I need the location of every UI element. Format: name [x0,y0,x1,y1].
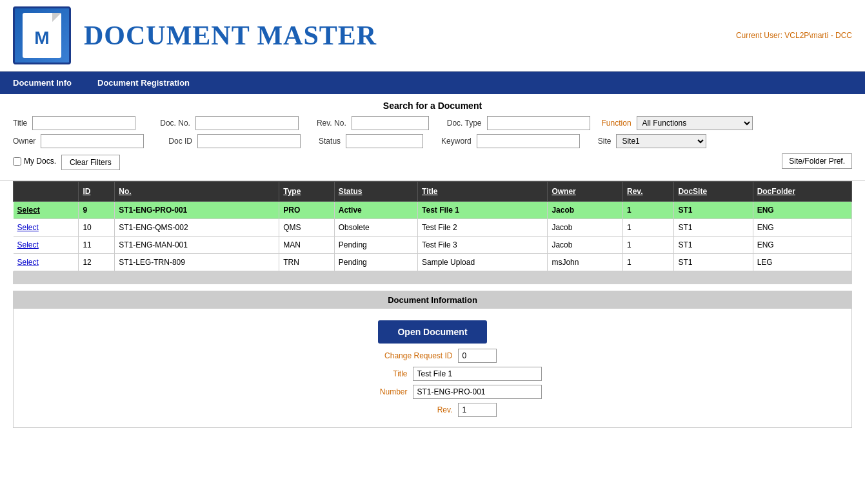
select-link[interactable]: Select [17,258,39,267]
col-docsite[interactable]: DocSite [674,182,753,202]
select-link[interactable]: Select [17,206,40,215]
search-row-1: Title Doc. No. Rev. No. Doc. Type Functi… [13,116,852,130]
documents-table: ID No. Type Status Title Owner Rev. DocS… [13,181,852,271]
cell-title: Test File 2 [418,219,548,237]
cell-rev: 1 [623,237,674,254]
change-request-id-row: Change Request ID [26,349,839,363]
logo-letter: M [34,28,49,48]
cell-title: Test File 3 [418,237,548,254]
cell-owner: msJohn [548,254,623,271]
app-header: M Document Master Current User: VCL2P\ma… [0,0,865,72]
cell-status: Obsolete [334,219,417,237]
search-section: Search for a Document Title Doc. No. Rev… [0,94,865,181]
cell-no: ST1-LEG-TRN-809 [115,254,279,271]
search-title: Search for a Document [13,101,852,111]
my-docs-label[interactable]: My Docs. [13,157,56,166]
app-logo: M [13,6,71,64]
rev-no-input[interactable] [352,116,429,130]
cell-docsite: ST1 [674,237,753,254]
search-row-2: Owner Doc ID Status Keyword Site Site1 [13,134,852,148]
col-docfolder[interactable]: DocFolder [753,182,851,202]
cell-title: Test File 1 [418,202,548,219]
cell-no: ST1-ENG-MAN-001 [115,237,279,254]
title-input[interactable] [32,116,135,130]
doc-no-input[interactable] [195,116,299,130]
cell-status: Active [334,202,417,219]
status-label: Status [319,137,341,146]
col-id[interactable]: ID [79,182,115,202]
doc-rev-row: Rev. [26,403,839,417]
change-request-id-input[interactable] [458,349,497,363]
my-docs-checkbox[interactable] [13,157,21,166]
site-select[interactable]: Site1 [616,134,706,148]
col-rev[interactable]: Rev. [623,182,674,202]
cell-owner: Jacob [548,202,623,219]
status-input[interactable] [346,134,423,148]
cell-id: 11 [79,237,115,254]
title-label: Title [13,119,27,128]
cell-docsite: ST1 [674,219,753,237]
logo-inner: M [23,13,61,58]
doc-number-row: Number [26,385,839,399]
nav-document-info[interactable]: Document Info [0,72,85,94]
doc-number-label: Number [324,387,408,396]
app-title: Document Master [84,20,377,51]
doc-no-label: Doc. No. [160,119,190,128]
site-label: Site [598,137,611,146]
select-link[interactable]: Select [17,240,39,249]
doc-id-input[interactable] [197,134,301,148]
doc-rev-input[interactable] [458,403,497,417]
owner-label: Owner [13,137,35,146]
cell-docfolder: ENG [753,202,851,219]
cell-docfolder: ENG [753,219,851,237]
cell-id: 12 [79,254,115,271]
cell-rev: 1 [623,254,674,271]
keyword-input[interactable] [477,134,580,148]
owner-input[interactable] [41,134,144,148]
nav-bar: Document Info Document Registration [0,72,865,94]
doc-info-header: Document Information [14,291,851,309]
nav-document-registration[interactable]: Document Registration [85,72,203,94]
cell-docsite: ST1 [674,254,753,271]
col-owner[interactable]: Owner [548,182,623,202]
doc-info-body: Open Document Change Request ID Title Nu… [14,309,851,427]
change-request-id-label: Change Request ID [369,351,453,360]
doc-info-section: Document Information Open Document Chang… [13,291,852,428]
doc-title-input[interactable] [413,367,542,381]
table-header-row: ID No. Type Status Title Owner Rev. DocS… [14,182,852,202]
clear-filters-button[interactable]: Clear Filters [61,155,120,170]
col-type[interactable]: Type [279,182,334,202]
cell-id: 10 [79,219,115,237]
rev-no-label: Rev. No. [317,119,346,128]
select-link[interactable]: Select [17,223,39,232]
cell-no: ST1-ENG-PRO-001 [115,202,279,219]
doc-id-label: Doc ID [168,137,192,146]
function-label: Function [602,119,631,128]
cell-id: 9 [79,202,115,219]
doc-type-input[interactable] [487,116,590,130]
doc-rev-label: Rev. [369,405,453,414]
table-row: Select12ST1-LEG-TRN-809TRNPendingSample … [14,254,852,271]
col-no[interactable]: No. [115,182,279,202]
open-document-button[interactable]: Open Document [378,320,486,344]
col-select [14,182,79,202]
doc-title-label: Title [324,369,408,378]
table-spacer [13,271,852,284]
cell-docsite: ST1 [674,202,753,219]
cell-type: PRO [279,202,334,219]
site-folder-pref-button[interactable]: Site/Folder Pref. [782,153,852,169]
doc-type-label: Doc. Type [447,119,482,128]
user-info: Current User: VCL2P\marti - DCC [736,31,852,40]
cell-rev: 1 [623,219,674,237]
col-title[interactable]: Title [418,182,548,202]
cell-no: ST1-ENG-QMS-002 [115,219,279,237]
doc-title-row: Title [26,367,839,381]
cell-owner: Jacob [548,219,623,237]
doc-number-input[interactable] [413,385,542,399]
table-row: Select9ST1-ENG-PRO-001PROActiveTest File… [14,202,852,219]
cell-title: Sample Upload [418,254,548,271]
function-select[interactable]: All Functions [637,116,753,130]
col-status[interactable]: Status [334,182,417,202]
cell-owner: Jacob [548,237,623,254]
cell-type: QMS [279,219,334,237]
